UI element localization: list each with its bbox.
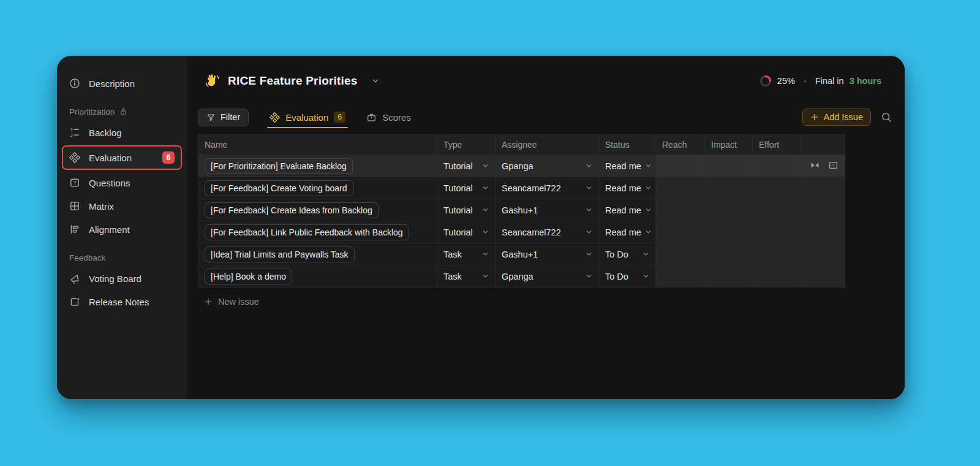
cell-assignee[interactable]: Gpanga (495, 265, 598, 288)
row-action-icons: ? (810, 160, 839, 172)
cell-effort[interactable] (752, 155, 801, 177)
chevron-down-icon (586, 229, 592, 235)
type-dropdown-value: Tutorial (443, 183, 473, 193)
cell-reach[interactable] (655, 221, 704, 243)
table-header-row: NameTypeAssigneeStatusReachImpactEffort (198, 134, 845, 155)
release-notes-icon (69, 296, 80, 307)
assignee-dropdown-value: Seancamel722 (502, 183, 561, 193)
cell-effort[interactable] (752, 265, 801, 288)
sidebar-item-label: Backlog (89, 128, 121, 138)
column-header-impact[interactable]: Impact (704, 134, 752, 155)
cell-reach[interactable] (655, 265, 704, 288)
cell-type[interactable]: Tutorial (437, 177, 495, 199)
sidebar-item-description[interactable]: Description (63, 72, 181, 94)
cell-impact[interactable] (704, 199, 752, 221)
help-icon[interactable]: ? (828, 160, 839, 172)
cell-status[interactable]: Read me (598, 199, 655, 221)
cell-status[interactable]: Read me (598, 155, 655, 177)
column-header-effort[interactable]: Effort (752, 134, 801, 155)
sidebar-item-matrix[interactable]: Matrix (63, 195, 181, 217)
new-issue-button[interactable]: New issue (204, 297, 259, 307)
plus-icon (204, 297, 213, 306)
cell-type[interactable]: Task (437, 265, 495, 288)
cell-name: [Help] Book a demo (198, 265, 437, 288)
cell-effort[interactable] (752, 177, 801, 199)
issue-name[interactable]: [For Feedback] Create Voting board (205, 180, 353, 196)
cell-reach[interactable] (655, 243, 704, 265)
cell-effort[interactable] (752, 199, 801, 221)
issue-name[interactable]: [Help] Book a demo (205, 269, 292, 285)
cell-assignee[interactable]: Seancamel722 (495, 221, 598, 243)
cell-type[interactable]: Tutorial (437, 155, 495, 177)
cell-actions: ? (801, 155, 845, 177)
cell-status[interactable]: Read me (598, 221, 655, 243)
type-dropdown-value: Task (443, 250, 462, 259)
cell-reach[interactable] (655, 177, 704, 199)
cell-status[interactable]: To Do (598, 243, 655, 265)
filter-button[interactable]: Filter (198, 109, 249, 126)
cell-reach[interactable] (655, 199, 704, 221)
cell-status[interactable]: To Do (598, 265, 655, 288)
issue-name[interactable]: [For Feedback] Link Public Feedback with… (205, 224, 409, 240)
issue-name[interactable]: [For Prioritization] Evaluate Backlog (205, 158, 353, 174)
title-dropdown-chevron-icon[interactable] (371, 77, 380, 85)
main-panel: RICE Feature Priorities 25% Final in 3 h… (187, 56, 905, 399)
tab-scores-label: Scores (382, 112, 411, 123)
cell-impact[interactable] (704, 177, 752, 199)
sidebar-item-evaluation[interactable]: Evaluation6 (62, 145, 182, 170)
cell-assignee[interactable]: Gashu+1 (495, 243, 598, 265)
cell-impact[interactable] (704, 155, 752, 177)
add-issue-label: Add Issue (824, 112, 864, 122)
sidebar-item-alignment[interactable]: Alignment (63, 218, 181, 240)
issue-name[interactable]: [Idea] Trial Limits and Paywalls Task (205, 246, 355, 262)
chevron-down-icon (482, 251, 489, 258)
sidebar-item-questions[interactable]: ?Questions (63, 172, 181, 194)
cell-type[interactable]: Task (437, 243, 495, 265)
column-header-type[interactable]: Type (437, 134, 495, 155)
cell-assignee[interactable]: Gpanga (495, 155, 598, 177)
tab-scores[interactable]: Scores (366, 108, 411, 126)
cell-effort[interactable] (752, 243, 801, 265)
table-row: [For Feedback] Create Voting boardTutori… (198, 177, 845, 199)
cell-name: [For Feedback] Create Ideas from Backlog (198, 199, 437, 221)
column-header-name[interactable]: Name (198, 134, 437, 155)
search-icon[interactable] (881, 112, 892, 123)
dot-separator (804, 80, 806, 82)
filter-label: Filter (221, 112, 240, 122)
cell-assignee[interactable]: Seancamel722 (495, 177, 598, 199)
cell-type[interactable]: Tutorial (437, 199, 495, 221)
cell-impact[interactable] (704, 243, 752, 265)
chevron-down-icon (586, 273, 592, 280)
add-issue-button[interactable]: Add Issue (802, 109, 872, 126)
sidebar-item-backlog[interactable]: 12Backlog (63, 121, 181, 143)
chevron-down-icon (482, 162, 489, 169)
cell-assignee[interactable]: Gashu+1 (495, 199, 598, 221)
cell-impact[interactable] (704, 265, 752, 288)
cell-impact[interactable] (704, 221, 752, 243)
sidebar-item-release-notes[interactable]: Release Notes (63, 291, 181, 313)
video-icon[interactable] (810, 160, 820, 172)
title-bar: RICE Feature Priorities 25% Final in 3 h… (198, 69, 892, 93)
cell-reach[interactable] (655, 155, 704, 177)
sidebar-item-voting-board[interactable]: Voting Board (63, 267, 181, 289)
cell-effort[interactable] (752, 221, 801, 243)
progress-ring-icon (760, 75, 772, 87)
cell-status[interactable]: Read me (598, 177, 655, 199)
cell-type[interactable]: Tutorial (437, 221, 495, 243)
cell-actions (801, 243, 845, 265)
chevron-down-icon (643, 251, 649, 258)
status-dropdown-value: To Do (605, 272, 628, 281)
chevron-down-icon (645, 207, 652, 213)
sidebar-section-feedback: Feedback (63, 248, 181, 267)
column-header-status[interactable]: Status (598, 134, 655, 155)
tab-evaluation-count: 6 (334, 112, 345, 123)
chevron-down-icon (586, 207, 592, 213)
column-header-assignee[interactable]: Assignee (495, 134, 598, 155)
tab-evaluation[interactable]: Evaluation 6 (270, 108, 345, 126)
sidebar-item-label: Description (89, 78, 135, 89)
issue-name[interactable]: [For Feedback] Create Ideas from Backlog (205, 202, 379, 218)
sidebar-section-label: Prioritization (69, 107, 115, 116)
column-header-reach[interactable]: Reach (655, 134, 704, 155)
cell-name: [For Prioritization] Evaluate Backlog (198, 155, 437, 177)
chevron-down-icon (645, 162, 652, 169)
